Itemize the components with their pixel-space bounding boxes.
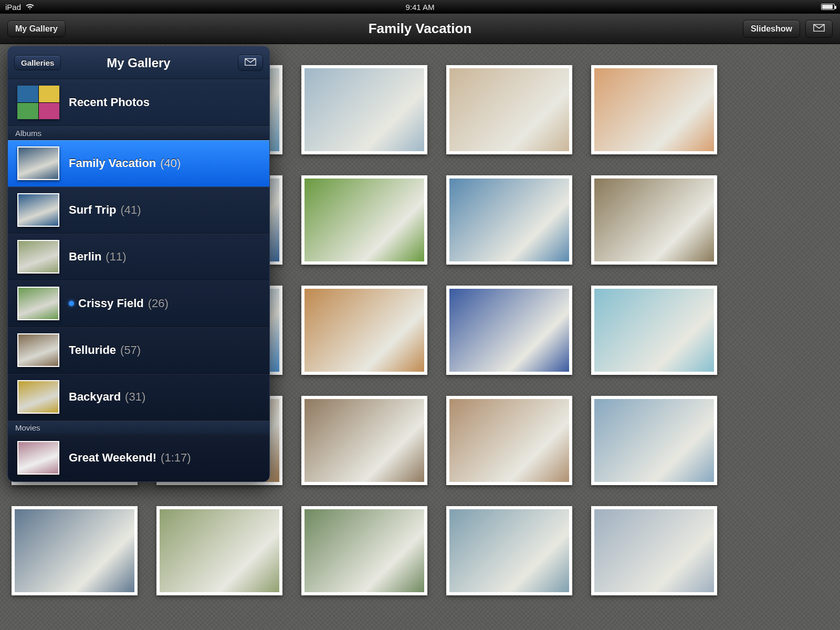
photo-thumbnail[interactable] xyxy=(591,506,717,595)
recent-thumb-icon xyxy=(17,86,59,119)
album-row[interactable]: Surf Trip (41) xyxy=(8,187,269,234)
status-bar: iPad 9:41 AM xyxy=(0,0,840,14)
album-row[interactable]: Telluride (57) xyxy=(8,327,269,374)
album-name: Surf Trip xyxy=(69,203,116,217)
album-count: (11) xyxy=(106,250,126,264)
album-thumb-icon xyxy=(17,193,59,227)
movie-name: Great Weekend! xyxy=(69,451,156,465)
photo-thumbnail[interactable] xyxy=(301,175,427,265)
recent-photos-label: Recent Photos xyxy=(69,96,150,109)
photo-thumbnail[interactable] xyxy=(591,175,717,265)
album-name: Crissy Field xyxy=(78,297,144,310)
album-name: Berlin xyxy=(69,250,101,264)
battery-icon xyxy=(821,4,835,10)
movie-thumb-icon xyxy=(17,441,59,475)
album-count: (31) xyxy=(125,390,145,404)
album-count: (57) xyxy=(120,343,141,357)
photo-thumbnail[interactable] xyxy=(446,65,572,154)
app-navbar: My Gallery Family Vacation Slideshow xyxy=(0,14,840,44)
album-thumb-icon xyxy=(17,240,59,274)
album-row[interactable]: Backyard (31) xyxy=(8,374,269,421)
popover-back-button[interactable]: Galleries xyxy=(14,55,61,70)
recent-photos-row[interactable]: Recent Photos xyxy=(8,79,269,126)
photo-thumbnail[interactable] xyxy=(301,286,427,375)
album-count: (40) xyxy=(160,156,181,170)
page-title: Family Vacation xyxy=(0,20,840,37)
mail-icon xyxy=(245,58,256,68)
photo-thumbnail[interactable] xyxy=(156,506,282,595)
album-name: Telluride xyxy=(69,343,116,357)
unread-dot-icon xyxy=(69,301,74,306)
album-thumb-icon xyxy=(17,333,59,367)
album-thumb-icon xyxy=(17,146,59,180)
album-name: Backyard xyxy=(69,390,121,404)
popover-mail-button[interactable] xyxy=(238,55,263,71)
movie-duration: (1:17) xyxy=(161,451,191,465)
photo-thumbnail[interactable] xyxy=(591,286,717,375)
album-thumb-icon xyxy=(17,287,59,320)
movie-row[interactable]: Great Weekend! (1:17) xyxy=(8,435,269,481)
photo-thumbnail[interactable] xyxy=(301,506,427,595)
photo-thumbnail[interactable] xyxy=(446,506,572,595)
photo-thumbnail[interactable] xyxy=(591,396,717,485)
photo-thumbnail[interactable] xyxy=(446,286,572,375)
album-row[interactable]: Berlin (11) xyxy=(8,234,269,280)
status-time: 9:41 AM xyxy=(0,3,840,12)
album-row[interactable]: Family Vacation (40) xyxy=(8,140,269,187)
album-count: (41) xyxy=(120,203,141,217)
popover-list: Recent Photos Albums Family Vacation (40… xyxy=(8,79,269,481)
gallery-popover: Galleries My Gallery xyxy=(7,46,270,482)
photo-thumbnail[interactable] xyxy=(301,396,427,485)
popover-back-label: Galleries xyxy=(21,58,54,67)
photo-thumbnail[interactable] xyxy=(446,396,572,485)
section-header-albums: Albums xyxy=(8,126,269,140)
photo-thumbnail[interactable] xyxy=(12,506,138,595)
photo-thumbnail[interactable] xyxy=(301,65,427,154)
album-row[interactable]: Crissy Field (26) xyxy=(8,280,269,327)
photo-thumbnail[interactable] xyxy=(591,65,717,154)
section-header-movies: Movies xyxy=(8,421,269,435)
popover-header: Galleries My Gallery xyxy=(8,47,269,79)
album-count: (26) xyxy=(148,297,169,310)
album-name: Family Vacation xyxy=(69,156,156,170)
photo-thumbnail[interactable] xyxy=(446,175,572,265)
album-thumb-icon xyxy=(17,380,59,414)
